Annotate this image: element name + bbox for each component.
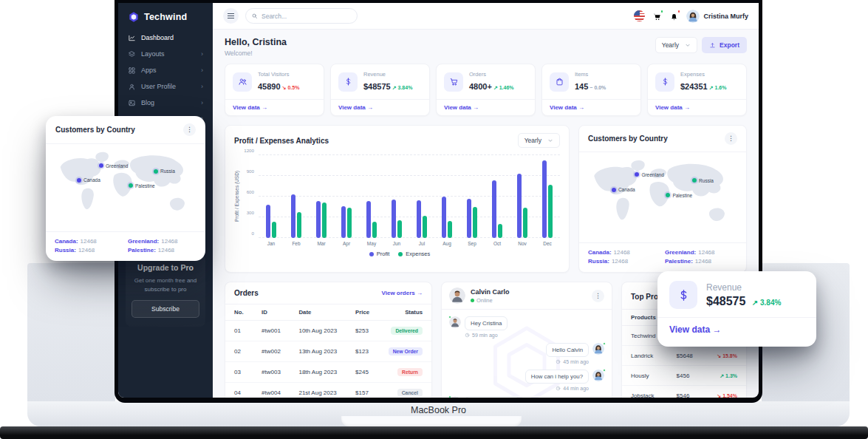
chart-x-tick: May	[359, 241, 384, 246]
sidebar-item-label: Apps	[141, 67, 196, 74]
order-no: 03	[225, 362, 253, 383]
map-marker-palestine: Palestine	[666, 193, 692, 198]
chart-period-select[interactable]: Yearly	[518, 133, 560, 148]
view-data-link[interactable]: View data →	[437, 99, 535, 115]
country-stat-greenland: Greenland:12468	[665, 249, 737, 256]
profit-bar	[291, 194, 295, 238]
bar-group-may	[359, 155, 384, 238]
greeting-row: Hello, Cristina Welcome! Yearly Export	[225, 37, 747, 57]
chart-x-tick: Sep	[459, 241, 485, 246]
upgrade-title: Upgrade to Pro	[131, 263, 199, 272]
period-select[interactable]: Yearly	[655, 37, 697, 53]
chart-x-tick: Jul	[409, 241, 434, 246]
stat-label: Expenses	[680, 71, 726, 78]
profit-bar	[417, 200, 421, 238]
country-name: Palestine:	[665, 258, 693, 265]
product-name: Hously	[622, 366, 668, 386]
world-map: CanadaGreenlandRussiaPalestine	[52, 147, 199, 227]
view-data-link[interactable]: View data →	[331, 99, 429, 115]
chart-y-tick: 0	[239, 231, 254, 236]
bell-icon[interactable]	[669, 11, 679, 21]
marker-dot	[154, 169, 158, 174]
chart-x-tick: Feb	[284, 241, 309, 246]
customers-card-title: Customers by Country	[55, 126, 135, 134]
country-stat-palestine: Palestine:12468	[665, 258, 737, 265]
user-menu[interactable]: Cristina Murfy	[686, 10, 748, 23]
kebab-menu-icon[interactable]: ⋮	[725, 132, 737, 145]
dollar-iconbox	[669, 281, 697, 309]
bar-group-jun	[384, 155, 409, 238]
bell-indicator-dot	[677, 10, 681, 13]
chevron-right-icon: ›	[201, 84, 203, 90]
sidebar-item-user-profile[interactable]: User Profile›	[118, 78, 213, 95]
stat-label: Items	[575, 71, 606, 78]
table-row: 03#tw00318th Aug 2023$245Return	[225, 362, 431, 383]
country-name: Greenland:	[665, 249, 696, 256]
menu-toggle-button[interactable]	[223, 8, 239, 24]
subscribe-button[interactable]: Subscribe	[131, 300, 199, 318]
chart-x-axis: JanFebMarAprMayJunJulAugSepOctNovDec	[259, 241, 560, 246]
status-badge: New Order	[389, 347, 423, 355]
chat-timestamp: 44 min ago	[556, 386, 589, 391]
order-date: 18th Aug 2023	[290, 362, 346, 383]
country-stats: Canada:12468Greenland:12468Russia:12468P…	[579, 242, 746, 272]
chat-timestamp: 45 min ago	[556, 359, 589, 364]
bar-group-oct	[485, 155, 510, 238]
sidebar-item-label: Layouts	[141, 50, 196, 58]
cart-icon[interactable]	[652, 11, 662, 21]
brand[interactable]: Techwind	[118, 3, 213, 30]
country-name: Palestine:	[128, 247, 156, 253]
country-name: Greenland:	[128, 238, 159, 245]
table-row: Jobstack$546↘ 1.54%	[622, 386, 746, 398]
legend-label: Profit	[377, 251, 390, 257]
country-value: 12468	[81, 238, 97, 245]
export-button[interactable]: Export	[702, 37, 747, 53]
order-price: $253	[346, 321, 379, 341]
search-icon	[251, 13, 258, 19]
kebab-menu-icon[interactable]: ⋮	[183, 123, 196, 136]
sidebar-item-apps[interactable]: Apps›	[118, 62, 213, 78]
chart-x-tick: Apr	[334, 241, 359, 246]
stat-card-orders: Orders4800+↗ 1.46%View data →	[436, 64, 536, 116]
chat-message: Nice to meet you	[449, 396, 604, 398]
bar-group-mar	[309, 155, 334, 238]
chart-x-tick: Jan	[259, 241, 284, 246]
product-delta: ↘ 1.54%	[717, 393, 737, 398]
customers-by-country-card: Customers by Country ⋮ CanadaGreenlandRu…	[578, 125, 747, 273]
chat-contact-status: Online	[471, 297, 510, 304]
stat-label: Orders	[469, 71, 514, 78]
country-value: 12468	[695, 258, 711, 265]
kebab-menu-icon[interactable]: ⋮	[592, 290, 604, 302]
layouts-icon	[128, 50, 136, 58]
upgrade-panel: Upgrade to Pro Get one month free and su…	[126, 254, 205, 327]
search-input[interactable]	[245, 8, 358, 24]
map-marker-russia: Russia	[154, 169, 175, 174]
sidebar-item-layouts[interactable]: Layouts›	[118, 46, 213, 62]
laptop-bottom-edge	[0, 426, 868, 439]
order-no: 04	[225, 383, 253, 398]
chat-timestamp: 59 min ago	[465, 333, 508, 338]
view-data-link[interactable]: View data →	[657, 317, 816, 341]
us-flag-icon[interactable]	[634, 10, 645, 21]
view-orders-link[interactable]: View orders →	[382, 290, 423, 296]
map-marker-canada: Canada	[77, 177, 100, 183]
table-row: 01#tw00110th Aug 2023$253Delivered	[225, 321, 431, 341]
bar-group-jan	[259, 155, 284, 238]
view-data-link[interactable]: View data →	[542, 99, 640, 115]
view-data-link[interactable]: View data →	[648, 99, 746, 115]
sidebar-item-blog[interactable]: Blog›	[118, 95, 213, 111]
chevron-down-icon	[547, 137, 553, 143]
sidebar-item-dashboard[interactable]: Dashboard	[118, 30, 213, 46]
topbar-actions: Cristina Murfy	[634, 10, 748, 23]
laptop-deck: MacBook Pro	[27, 401, 850, 426]
country-name: Russia:	[588, 258, 609, 265]
view-data-link[interactable]: View data →	[225, 99, 324, 115]
bar-group-jul	[409, 155, 434, 238]
marker-label: Canada	[83, 177, 100, 183]
expenses-bar	[498, 224, 502, 238]
profit-bar	[442, 197, 446, 238]
search	[245, 8, 358, 24]
table-row: 04#tw00421st Aug 2023$157Cancel	[225, 383, 431, 398]
bar-group-dec	[535, 155, 560, 238]
country-value: 12468	[161, 238, 177, 245]
